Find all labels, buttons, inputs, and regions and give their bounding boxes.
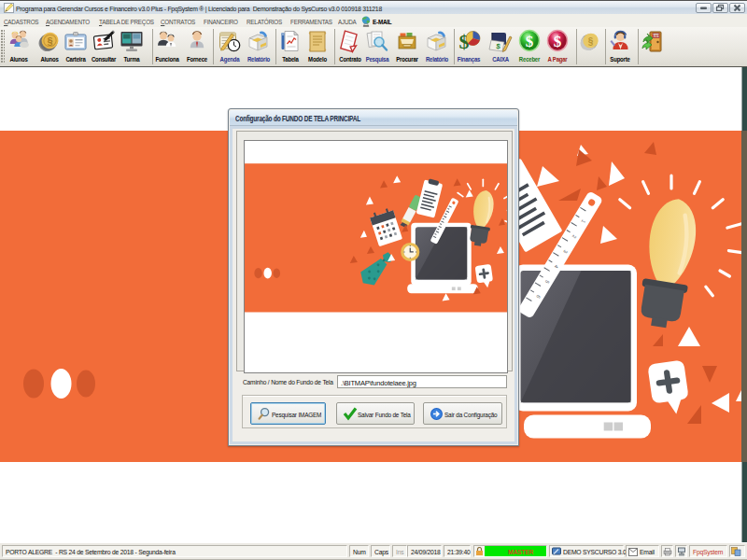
svg-text:EXIT: EXIT — [653, 35, 661, 38]
svg-text:§: § — [588, 36, 594, 47]
svg-text:$: $ — [554, 33, 562, 50]
svg-text:$: $ — [526, 33, 534, 50]
svg-text:§: § — [47, 35, 52, 47]
